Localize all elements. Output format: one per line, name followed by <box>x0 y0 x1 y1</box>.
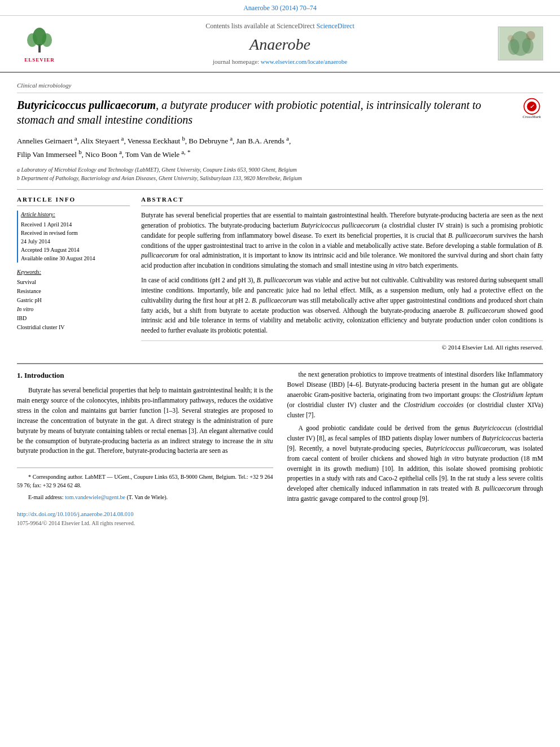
in-situ: in situ <box>256 438 273 444</box>
affiliation-b: b Department of Pathology, Bacteriology … <box>17 174 543 182</box>
elsevier-logo-area: ELSEVIER <box>11 24 68 64</box>
title-italic: Butyricicoccus pullicaecorum <box>17 99 156 111</box>
copyright-notice: © 2014 Elsevier Ltd. All rights reserved… <box>141 340 543 352</box>
email-link[interactable]: tom.vandewiele@ugent.be <box>65 494 125 500</box>
intro-para-right-1: the next generation probiotics to improv… <box>287 370 544 420</box>
footnote-email: E-mail address: tom.vandewiele@ugent.be … <box>17 493 273 501</box>
accepted-date: Accepted 19 August 2014 <box>21 246 130 254</box>
footnote-corresponding: * Corresponding author. LabMET — UGent.,… <box>17 473 273 490</box>
sciencedirect-link[interactable]: ScienceDirect <box>316 22 354 30</box>
journal-citation: Anaerobe 30 (2014) 70–74 <box>243 4 317 12</box>
body-col-left: 1. Introduction Butyrate has several ben… <box>17 370 273 528</box>
invitro-text: in vitro <box>389 262 408 269</box>
cover-thumbnail <box>498 27 543 60</box>
article-body: ARTICLE INFO Article history: Received 1… <box>17 195 543 352</box>
history-label: Article history: <box>21 211 130 219</box>
article-info-title: ARTICLE INFO <box>17 195 130 206</box>
main-content: Clinical microbiology Butyricicoccus pul… <box>0 73 560 536</box>
keyword-invitro: In vitro <box>17 306 33 312</box>
doi-section: http://dx.doi.org/10.1016/j.anaerobe.201… <box>17 510 273 528</box>
journal-homepage: journal homepage: www.elsevier.com/locat… <box>68 58 492 66</box>
svg-point-2 <box>27 33 37 47</box>
divider-1 <box>17 189 543 190</box>
butyricicoccus-2: Butyricicoccus <box>482 435 520 442</box>
svg-text:✓: ✓ <box>530 103 535 109</box>
keyword-1: SurvivalResistanceGastric pHIn vitroIBDC… <box>17 278 130 332</box>
keywords-label: Keywords: <box>17 268 130 276</box>
svg-point-8 <box>526 31 535 40</box>
section-label: Clinical microbiology <box>17 81 543 93</box>
online-date: Available online 30 August 2014 <box>21 254 130 263</box>
author-list: Annelies Geirnaert a, Alix Steyaert a, V… <box>17 137 291 145</box>
homepage-url[interactable]: www.elsevier.com/locate/anaerobe <box>261 58 347 65</box>
crossmark-label: CrossMark <box>523 115 541 120</box>
bp-abbrev: B. pullicaecorum <box>475 485 520 492</box>
clostridium-leptum: Clostridium leptum <box>492 391 543 398</box>
abstract-paragraph-1: Butyrate has several beneficial properti… <box>141 211 543 271</box>
body-section: 1. Introduction Butyrate has several ben… <box>17 363 543 528</box>
journal-info-center: Contents lists available at ScienceDirec… <box>68 21 492 66</box>
butyricicoccus: Butyricicoccus <box>473 425 511 431</box>
abstract-text: Butyrate has several beneficial properti… <box>141 211 543 336</box>
svg-point-9 <box>508 35 514 42</box>
body-col-right: the next generation probiotics to improv… <box>287 370 544 528</box>
abstract-section: ABSTRACT Butyrate has several beneficial… <box>141 195 543 352</box>
issn-text: 1075-9964/© 2014 Elsevier Ltd. All right… <box>17 519 273 528</box>
received-date: Received 1 April 2014 <box>21 220 130 229</box>
affiliation-a: a Laboratory of Microbial Ecology and Te… <box>17 165 543 174</box>
svg-point-7 <box>522 38 533 54</box>
crossmark-icon: ✓ <box>522 98 542 115</box>
citation-bar: Anaerobe 30 (2014) 70–74 <box>0 0 560 16</box>
species-abbrev-5: B. pullicaecorum <box>459 307 505 314</box>
doi-link[interactable]: http://dx.doi.org/10.1016/j.anaerobe.201… <box>17 511 134 517</box>
journal-cover-image <box>492 27 549 60</box>
affiliations: a Laboratory of Microbial Ecology and Te… <box>17 165 543 182</box>
article-title: Butyricicoccus pullicaecorum, a butyrate… <box>17 98 543 127</box>
authors: Annelies Geirnaert a, Alix Steyaert a, V… <box>17 134 543 161</box>
journal-header: ELSEVIER Contents lists available at Sci… <box>0 16 560 73</box>
article-history: Article history: Received 1 April 2014 R… <box>17 211 130 263</box>
clostridium-coccoides: Clostridium coccoides <box>404 401 463 408</box>
elsevier-tree-icon <box>20 24 59 55</box>
svg-point-3 <box>42 33 52 47</box>
sciencedirect-label: Contents lists available at ScienceDirec… <box>68 21 492 31</box>
abstract-paragraph-2: In case of acid conditions (pH 2 and pH … <box>141 276 543 336</box>
author-list-2: Filip Van Immerseel b, Nico Boon a, Tom … <box>17 150 191 159</box>
species-abbrev-3: B. pullicaecorum <box>257 277 302 283</box>
cover-art-icon <box>500 27 542 60</box>
species-name-1: Butyricicoccus pullicaecorum <box>301 222 379 229</box>
intro-heading: 1. Introduction <box>17 370 273 381</box>
intro-para-1: Butyrate has several beneficial properti… <box>17 386 273 456</box>
abstract-title: ABSTRACT <box>141 195 543 206</box>
article-info: ARTICLE INFO Article history: Received 1… <box>17 195 130 352</box>
species-abbrev-2: B. pullicaecorum <box>141 242 543 259</box>
species-abbrev-1: B. pullicaecorum <box>448 232 493 239</box>
intro-para-right-2: A good probiotic candidate could be deri… <box>287 423 544 504</box>
in-vitro-2: in vitro <box>444 455 464 462</box>
footnote-section: * Corresponding author. LabMET — UGent.,… <box>17 468 273 501</box>
crossmark-badge: ✓ CrossMark <box>520 98 543 120</box>
species-abbrev-4: B. pullicaecorum <box>252 297 297 304</box>
revised-date: Received in revised formReceived in revi… <box>21 229 130 246</box>
bp-species: Butyricicoccus pullicaecorum <box>426 445 505 452</box>
keywords-section: Keywords: SurvivalResistanceGastric pHIn… <box>17 268 130 332</box>
elsevier-brand-text: ELSEVIER <box>24 56 55 64</box>
journal-title: Anaerobe <box>68 33 492 55</box>
